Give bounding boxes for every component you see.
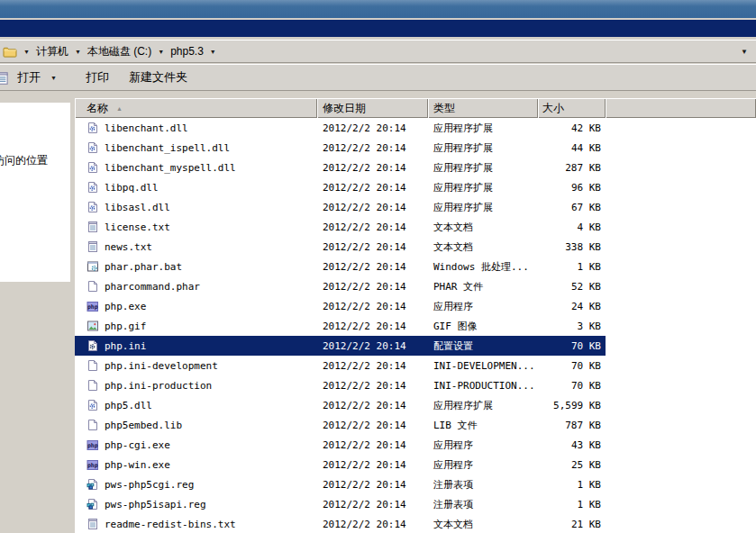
file-size: 70 KB xyxy=(538,340,606,352)
breadcrumb-php53[interactable]: php5.3 xyxy=(169,44,205,59)
dll-file-icon xyxy=(87,181,99,194)
notepad-file-icon xyxy=(0,71,10,88)
file-name: php-cgi.exe xyxy=(105,439,170,451)
file-type: 应用程序扩展 xyxy=(428,141,538,155)
file-name: php.ini xyxy=(105,340,146,352)
file-row[interactable]: libenchant_myspell.dll 2012/2/2 20:14 应用… xyxy=(75,158,606,177)
file-type: 应用程序扩展 xyxy=(428,181,538,194)
file-row[interactable]: php.gif 2012/2/2 20:14 GIF 图像 3 KB xyxy=(75,316,606,336)
file-row[interactable]: readme-redist-bins.txt 2012/2/2 20:14 文本… xyxy=(75,514,606,533)
file-size: 96 KB xyxy=(538,182,606,194)
file-type: 配置设置 xyxy=(428,339,538,353)
file-row[interactable]: php.ini-development 2012/2/2 20:14 INI-D… xyxy=(75,356,606,375)
column-header-date-label: 修改日期 xyxy=(323,101,366,116)
file-size: 24 KB xyxy=(538,301,606,312)
file-row[interactable]: news.txt 2012/2/2 20:14 文本文档 338 KB xyxy=(75,237,606,257)
print-button-label: 打印 xyxy=(86,69,109,86)
column-header-type[interactable]: 类型 xyxy=(428,98,538,118)
file-name: phar.phar.bat xyxy=(105,261,182,273)
file-date-modified: 2012/2/2 20:14 xyxy=(317,301,428,312)
breadcrumb-arrow-icon[interactable]: ▼ xyxy=(210,49,216,55)
file-row[interactable]: license.txt 2012/2/2 20:14 文本文档 4 KB xyxy=(75,217,606,237)
file-size: 42 KB xyxy=(538,122,606,134)
column-header-name-label: 名称 xyxy=(87,101,108,116)
explorer-window: { "address_bar": { "crumbs": ["计算机", "本地… xyxy=(0,0,756,533)
open-button-label: 打开 xyxy=(17,69,41,86)
file-type: 文本文档 xyxy=(428,240,538,254)
file-size: 25 KB xyxy=(538,459,606,471)
svg-text:php: php xyxy=(87,442,98,449)
file-size: 5,599 KB xyxy=(538,400,606,411)
file-name: pharcommand.phar xyxy=(105,281,200,293)
dll-file-icon xyxy=(87,201,99,213)
file-date-modified: 2012/2/2 20:14 xyxy=(317,340,428,352)
print-button[interactable]: 打印 xyxy=(83,68,112,87)
open-button[interactable]: 打开 ▼ xyxy=(14,68,64,87)
file-type: 应用程序 xyxy=(428,438,538,452)
file-date-modified: 2012/2/2 20:14 xyxy=(317,499,428,510)
file-list-pane: 名称 ▲ 修改日期 类型 大小 libenchant.dll 2012/2/2 … xyxy=(75,91,756,533)
breadcrumb-arrow-icon[interactable]: ▼ xyxy=(23,49,30,55)
file-date-modified: 2012/2/2 20:14 xyxy=(317,202,428,213)
file-row[interactable]: php php-cgi.exe 2012/2/2 20:14 应用程序 43 K… xyxy=(75,435,606,455)
toolbar: 打开 ▼ 打印 新建文件夹 xyxy=(0,64,756,91)
file-type: 应用程序扩展 xyxy=(428,399,538,412)
title-bar[interactable] xyxy=(0,0,756,18)
file-name: php.gif xyxy=(105,321,146,332)
reg-file-icon xyxy=(87,498,99,510)
file-name: php5.dll xyxy=(105,400,152,411)
column-header-name[interactable]: 名称 ▲ xyxy=(75,98,317,118)
file-date-modified: 2012/2/2 20:14 xyxy=(317,519,428,530)
gif-file-icon xyxy=(87,320,99,332)
breadcrumb-arrow-icon[interactable]: ▼ xyxy=(158,49,164,55)
file-file-icon xyxy=(87,280,99,293)
file-type: 文本文档 xyxy=(428,518,538,531)
file-row[interactable]: libpq.dll 2012/2/2 20:14 应用程序扩展 96 KB xyxy=(75,177,606,197)
file-type: 注册表项 xyxy=(428,498,538,511)
open-dropdown-icon[interactable]: ▼ xyxy=(50,75,57,81)
file-date-modified: 2012/2/2 20:14 xyxy=(317,479,428,491)
txt-file-icon xyxy=(87,240,99,253)
file-row[interactable]: pws-php5isapi.reg 2012/2/2 20:14 注册表项 1 … xyxy=(75,494,606,514)
file-row[interactable]: pharcommand.phar 2012/2/2 20:14 PHAR 文件 … xyxy=(75,276,606,296)
column-header-date-modified[interactable]: 修改日期 xyxy=(317,98,428,118)
file-name: libenchant.dll xyxy=(105,122,188,134)
reg-file-icon xyxy=(87,478,99,491)
file-row[interactable]: libsasl.dll 2012/2/2 20:14 应用程序扩展 67 KB xyxy=(75,197,606,217)
column-header-size-label: 大小 xyxy=(542,101,564,116)
file-file-icon xyxy=(87,359,99,372)
file-name: libenchant_myspell.dll xyxy=(105,162,236,174)
file-name: php5embed.lib xyxy=(105,420,182,431)
dll-file-icon xyxy=(87,161,99,174)
breadcrumb-computer[interactable]: 计算机 xyxy=(34,43,70,60)
file-row[interactable]: php5.dll 2012/2/2 20:14 应用程序扩展 5,599 KB xyxy=(75,395,606,415)
breadcrumb-local-disk-c[interactable]: 本地磁盘 (C:) xyxy=(86,43,153,60)
file-size: 1 KB xyxy=(538,261,606,273)
file-row[interactable]: libenchant_ispell.dll 2012/2/2 20:14 应用程… xyxy=(75,138,606,158)
file-type: 应用程序 xyxy=(428,458,538,472)
address-history-dropdown-icon[interactable]: ▼ xyxy=(741,48,748,56)
file-row[interactable]: pws-php5cgi.reg 2012/2/2 20:14 注册表项 1 KB xyxy=(75,474,606,494)
file-name: php.ini-development xyxy=(105,360,218,372)
file-row[interactable]: php.ini-production 2012/2/2 20:14 INI-PR… xyxy=(75,375,606,395)
file-row[interactable]: libenchant.dll 2012/2/2 20:14 应用程序扩展 42 … xyxy=(75,118,606,138)
file-row[interactable]: php php.exe 2012/2/2 20:14 应用程序 24 KB xyxy=(75,296,606,316)
bat-file-icon xyxy=(87,260,99,273)
php-file-icon: php xyxy=(87,458,99,471)
file-type: 注册表项 xyxy=(428,478,538,492)
column-header-size[interactable]: 大小 xyxy=(538,98,606,118)
file-type: 应用程序扩展 xyxy=(428,201,538,214)
navigation-band xyxy=(0,20,756,37)
file-row[interactable]: php php-win.exe 2012/2/2 20:14 应用程序 25 K… xyxy=(75,455,606,474)
sidebar-item-recent-places[interactable]: 访问的位置 xyxy=(0,153,48,168)
file-name: news.txt xyxy=(105,241,152,253)
file-size: 43 KB xyxy=(538,439,606,451)
file-row[interactable]: php.ini 2012/2/2 20:14 配置设置 70 KB xyxy=(75,336,606,356)
address-bar[interactable]: ▼ 计算机 ▼ 本地磁盘 (C:) ▼ php5.3 ▼ ▼ xyxy=(0,40,756,63)
file-row[interactable]: phar.phar.bat 2012/2/2 20:14 Windows 批处理… xyxy=(75,257,606,276)
new-folder-button[interactable]: 新建文件夹 xyxy=(126,68,190,87)
file-row[interactable]: php5embed.lib 2012/2/2 20:14 LIB 文件 787 … xyxy=(75,415,606,435)
file-size: 338 KB xyxy=(538,241,606,253)
column-header-type-label: 类型 xyxy=(433,101,455,116)
breadcrumb-arrow-icon[interactable]: ▼ xyxy=(75,49,81,55)
